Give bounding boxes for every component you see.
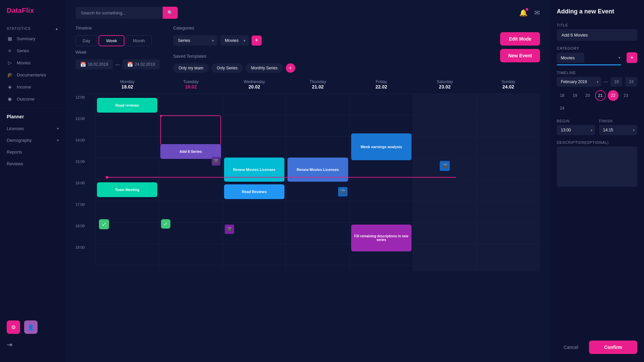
event-icon-sat: 🎬: [440, 161, 450, 171]
sidebar-item-movies[interactable]: ▷ Movies: [0, 57, 65, 69]
main-area: 🔍 🔔 ✉ Timeline Day Week Month Week 📅 18: [65, 0, 550, 362]
time-1200: 12:00: [75, 94, 96, 115]
column-monday: Read reviews Team Meeting ✓: [96, 94, 159, 272]
exit-button[interactable]: ⇥: [0, 341, 65, 355]
day-22[interactable]: 22: [608, 90, 619, 101]
sidebar-item-outcome[interactable]: ◉ Outcome: [0, 93, 65, 105]
search-button[interactable]: 🔍: [163, 7, 178, 19]
settings-button[interactable]: ⚙: [7, 320, 20, 334]
week-button[interactable]: Week: [99, 35, 124, 46]
header: 🔍 🔔 ✉: [65, 7, 550, 25]
event-icon-tue: 🎬: [212, 157, 220, 166]
event-week-earnings[interactable]: Week earnings analysis: [351, 133, 412, 160]
week-label: Week: [75, 50, 160, 55]
summary-icon: ▦: [7, 36, 13, 41]
timeline-buttons: Day Week Month: [75, 35, 160, 46]
day-header-tue: Tuesday 19.02: [159, 78, 222, 91]
day-header-wed: Wednesday 20.02: [223, 78, 286, 91]
event-team-meeting[interactable]: Team Meeting: [97, 182, 157, 197]
sidebar-bottom: ⚙ 👤: [0, 314, 65, 341]
cal-start-icon: 📅: [80, 62, 86, 67]
title-input[interactable]: [557, 29, 637, 41]
series-select[interactable]: Series Movies Documentaries: [173, 35, 217, 46]
description-textarea[interactable]: [557, 146, 637, 187]
event-new-outline[interactable]: [160, 115, 221, 145]
column-thursday: Renew Movies Licenses 🎬: [286, 94, 350, 272]
notification-dot: [526, 8, 528, 11]
search-input[interactable]: [75, 7, 163, 19]
movies-select-wrapper: Movies Series Docs: [220, 35, 249, 46]
time-1500: 15:00: [75, 158, 96, 180]
sidebar-item-documentaries[interactable]: 🎓 Documentaries: [0, 69, 65, 81]
day-24[interactable]: 24: [557, 103, 568, 114]
movies-select[interactable]: Movies Series Docs: [220, 35, 249, 46]
day-20[interactable]: 20: [582, 90, 593, 101]
sidebar-item-demography[interactable]: Demography ▾: [0, 134, 65, 146]
sidebar-item-planner[interactable]: Planner: [0, 111, 65, 123]
month-button[interactable]: Month: [126, 35, 152, 46]
app-logo: DataFlix: [0, 7, 65, 24]
event-renew-thu[interactable]: Renew Movies Licenses: [287, 158, 348, 182]
day-21[interactable]: 21: [595, 90, 606, 101]
panel-title: Adding a new Event: [557, 8, 637, 15]
event-add-8-series[interactable]: Add 8 Series: [160, 144, 221, 159]
user-button[interactable]: 👤: [24, 320, 38, 334]
timeline-month-select[interactable]: February 2019 March 2019: [557, 77, 601, 87]
controls-area: Timeline Day Week Month Week 📅 18.02.201…: [65, 25, 550, 78]
template-monthly-series[interactable]: Monthly Series: [246, 63, 283, 73]
sidebar-item-licenses[interactable]: Licenses ▾: [0, 123, 65, 134]
new-event-button[interactable]: New Event: [500, 49, 540, 62]
event-renew-wed[interactable]: Renew Movies Licenses: [224, 158, 284, 182]
timeline-dash: —: [604, 79, 608, 84]
timeline-month-select-wrapper: February 2019 March 2019: [557, 77, 601, 87]
timeline-field-label: Timeline: [557, 71, 637, 75]
confirm-button[interactable]: Confirm: [589, 341, 637, 354]
sidebar-item-income[interactable]: ◈ Income: [0, 81, 65, 93]
add-template-button[interactable]: +: [286, 63, 295, 73]
event-check-mon[interactable]: ✓: [99, 219, 109, 229]
categories-row: Series Movies Documentaries Movies Serie…: [173, 35, 295, 46]
timeline-label: Timeline: [75, 25, 160, 31]
begin-finish-row: Begin 13:00 14:00 15:00 Finish 14:15 15:…: [557, 119, 637, 135]
day-19[interactable]: 19: [570, 90, 580, 101]
category-select[interactable]: Movies Series Docs: [557, 53, 584, 63]
time-1700: 17:00: [75, 201, 96, 223]
day-header-fri: Friday 22.02: [350, 78, 413, 91]
saved-templates-label: Saved Templates: [173, 54, 295, 59]
day-18[interactable]: 18: [557, 90, 568, 101]
day-23[interactable]: 23: [621, 90, 631, 101]
mail-icon[interactable]: ✉: [534, 9, 540, 17]
event-read-reviews[interactable]: Read reviews: [97, 98, 157, 113]
add-category-button[interactable]: +: [252, 36, 262, 46]
statistics-chevron[interactable]: ▲: [55, 27, 59, 31]
add-category-panel-button[interactable]: +: [627, 52, 637, 63]
category-indicator: [557, 64, 621, 65]
description-label: Description(Optional): [557, 140, 637, 144]
begin-select[interactable]: 13:00 14:00 15:00: [557, 125, 595, 135]
event-check-tue[interactable]: ✓: [161, 219, 170, 229]
notification-icon[interactable]: 🔔: [519, 9, 528, 17]
edit-mode-button[interactable]: Edit Mode: [500, 32, 540, 46]
category-select-row: Movies Series Docs +: [557, 52, 637, 63]
categories-label: Categories: [173, 25, 295, 31]
timeline-control: Timeline Day Week Month Week 📅 18.02.201…: [75, 25, 160, 69]
event-read-reviews-wed[interactable]: Read Reviews: [224, 184, 284, 199]
docs-icon: 🎓: [7, 72, 13, 77]
column-saturday: 🎬: [413, 94, 477, 272]
day-button[interactable]: Day: [75, 35, 97, 46]
sidebar-item-reviews[interactable]: Reviews: [0, 158, 65, 170]
timeline-field-group: Timeline February 2019 March 2019 — 18 2…: [557, 71, 637, 114]
sidebar-item-summary[interactable]: ▦ Summary: [0, 33, 65, 45]
event-fill-remaining[interactable]: Fill remaining descriptions in new serie…: [351, 225, 412, 251]
timeline-end-num: 24: [625, 77, 637, 86]
outcome-icon: ◉: [7, 96, 13, 102]
template-only-my-team[interactable]: Only my team: [173, 63, 209, 73]
template-only-series[interactable]: Only Series: [211, 63, 243, 73]
sidebar-item-reports[interactable]: Reports: [0, 146, 65, 158]
finish-select[interactable]: 14:15 15:00 16:00: [599, 125, 637, 135]
sidebar-item-series[interactable]: ≡ Series: [0, 45, 65, 57]
time-1900: 19:00: [75, 244, 96, 265]
licenses-chevron: ▾: [57, 127, 59, 130]
category-field-label: Category: [557, 46, 637, 50]
cancel-button[interactable]: Cancel: [557, 341, 585, 354]
